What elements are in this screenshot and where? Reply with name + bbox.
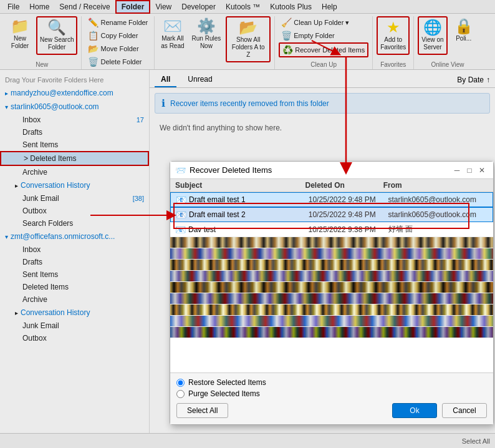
column-subject: Subject (175, 181, 305, 190)
radio-restore[interactable]: Restore Selected Items (176, 378, 487, 387)
email-icon-1: 📧 (176, 195, 186, 205)
dialog-row-4[interactable] (170, 237, 493, 248)
dialog-row-3[interactable]: 📧 Dav test 10/25/2022 9:38 PM 好墙 面 (170, 222, 493, 237)
dialog-close-button[interactable]: ✕ (476, 164, 488, 177)
radio-group: Restore Selected Items Purge Selected It… (176, 378, 487, 398)
dialog-row-6[interactable] (170, 260, 493, 271)
dialog-titlebar: 📨 Recover Deleted Items ─ □ ✕ (170, 162, 493, 179)
column-from: From (383, 181, 481, 190)
dialog-row-9[interactable] (170, 293, 493, 304)
radio-restore-input[interactable] (176, 379, 185, 387)
deleted-1: 10/25/2022 9:48 PM (309, 195, 388, 204)
radio-purge-input[interactable] (176, 390, 185, 398)
from-1: starlink0605@outlook.com (388, 195, 488, 204)
subject-1: Draft email test 1 (189, 195, 246, 204)
dialog-row-5[interactable] (170, 248, 493, 260)
dialog-row-1[interactable]: 📧 Draft email test 1 10/25/2022 9:48 PM … (170, 192, 493, 207)
column-deleted: Deleted On (305, 181, 383, 190)
radio-restore-label: Restore Selected Items (188, 378, 266, 387)
from-2: starlink0605@outlook.com (388, 210, 488, 219)
dialog-row-8[interactable] (170, 282, 493, 293)
dialog-row-10[interactable] (170, 304, 493, 316)
deleted-3: 10/25/2022 9:38 PM (309, 225, 388, 234)
dialog-row-2[interactable]: 📧 Draft email test 2 10/25/2022 9:48 PM … (170, 207, 493, 222)
dialog-minimize-button[interactable]: ─ (451, 164, 463, 177)
dialog-title-text: Recover Deleted Items (190, 165, 451, 175)
subject-2: Draft email test 2 (189, 210, 246, 219)
select-all-button[interactable]: Select All (176, 403, 228, 418)
recover-deleted-dialog: 📨 Recover Deleted Items ─ □ ✕ Subject De… (170, 161, 494, 425)
dialog-list-header: Subject Deleted On From (170, 179, 493, 192)
email-icon-3: 📧 (175, 225, 186, 235)
dialog-button-row: Select All Ok Cancel (176, 403, 487, 419)
dialog-row-11[interactable] (170, 316, 493, 327)
dialog-title-icon: 📨 (175, 165, 186, 175)
email-icon-2: 📧 (176, 210, 186, 220)
cancel-button[interactable]: Cancel (442, 403, 487, 418)
deleted-2: 10/25/2022 9:48 PM (309, 210, 388, 219)
from-3: 好墙 面 (388, 224, 488, 235)
dialog-footer: Restore Selected Items Purge Selected It… (170, 373, 493, 424)
ok-button[interactable]: Ok (392, 403, 437, 418)
subject-3: Dav test (188, 225, 216, 234)
radio-purge[interactable]: Purge Selected Items (176, 389, 487, 398)
radio-purge-label: Purge Selected Items (188, 389, 260, 398)
dialog-row-12[interactable] (170, 327, 493, 338)
dialog-row-7[interactable] (170, 271, 493, 282)
dialog-maximize-button[interactable]: □ (463, 164, 476, 177)
dialog-overlay: 📨 Recover Deleted Items ─ □ ✕ Subject De… (0, 0, 495, 448)
dialog-list[interactable]: 📧 Draft email test 1 10/25/2022 9:48 PM … (170, 192, 493, 373)
